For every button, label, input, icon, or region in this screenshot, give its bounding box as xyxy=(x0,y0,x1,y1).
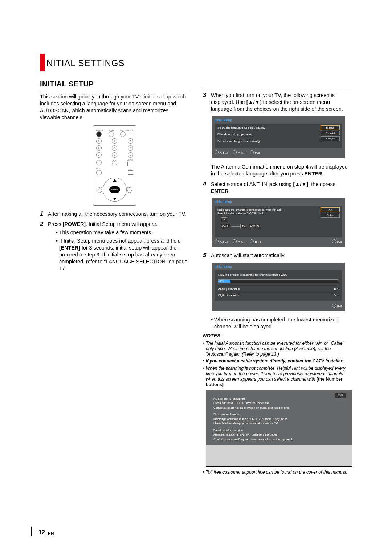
enter-key: [ENTER] xyxy=(59,245,80,251)
osd-title: Initial Setup xyxy=(215,118,342,122)
osd-back: Back xyxy=(250,239,261,244)
intro-paragraph: This section will guide you through your… xyxy=(40,93,189,121)
progress-bar: 6% xyxy=(218,279,338,283)
antenna-diagram: Air Cable ——— TV ANT. IN xyxy=(217,217,339,228)
step-text: Press [POWER]. Initial Setup menu will a… xyxy=(48,221,189,273)
steps-right-3: 5 Autoscan will start automatically. xyxy=(203,252,352,259)
keypad-1: 1 xyxy=(96,138,102,144)
txt: . xyxy=(228,188,230,194)
enter-key: ENTER xyxy=(211,188,228,194)
sleep-label: SLEEP xyxy=(109,129,114,132)
step-text: Autoscan will start automatically. xyxy=(211,252,352,259)
rule xyxy=(203,89,352,89)
analog-row: Analog channels1ch xyxy=(218,286,338,292)
step-5: 5 Autoscan will start automatically. xyxy=(203,252,352,259)
step3-post: The Antenna Confirmation menu on step 4 … xyxy=(211,163,352,177)
two-column-layout: INITIAL SETUP This section will guide yo… xyxy=(40,79,352,477)
txt: If Initial Setup menu does not appear, p… xyxy=(59,238,181,244)
dpad-icon: ENTER BACK INFO xyxy=(103,178,127,202)
lang-espanol: Español xyxy=(321,131,340,135)
keypad-3: 3 xyxy=(128,138,133,144)
notes-list-2: Toll free customer support line can be f… xyxy=(203,470,352,475)
hint-en3: Contact support hotline provided on manu… xyxy=(213,406,344,410)
info-label: INFO xyxy=(127,186,132,189)
info-button-icon xyxy=(127,189,132,193)
diag-tv: TV xyxy=(240,224,246,228)
keypad-6: 6 xyxy=(128,145,133,151)
diag-cable: Cable xyxy=(221,224,230,228)
input-label: INPUT SELECT xyxy=(120,129,133,132)
diag-air: Air xyxy=(221,217,227,222)
step-text: When you first turn on your TV, the foll… xyxy=(211,92,352,113)
subsection-title: INITIAL SETUP xyxy=(40,79,189,89)
hint-fr1: Pas de chaîne consign. xyxy=(213,429,344,433)
val: 1ch xyxy=(334,287,338,291)
txt: Select source of ANT. IN jack using xyxy=(211,181,293,187)
steps-right: 3 When you first turn on your TV, the fo… xyxy=(203,92,352,113)
osd-exit: Exit xyxy=(332,304,342,309)
step-number: 5 xyxy=(203,252,211,259)
osd-footer: Select Enter Back Exit xyxy=(215,239,342,244)
osd-enter: Enter xyxy=(233,150,245,155)
osd-select: Select xyxy=(215,150,228,155)
step-text: Select source of ANT. IN jack using [▲/▼… xyxy=(211,181,352,195)
osd-exit: Exit xyxy=(332,239,342,244)
step-4: 4 Select source of ANT. IN jack using [▲… xyxy=(203,181,352,195)
keypad-5: 5 xyxy=(112,145,117,151)
txt: . xyxy=(224,382,225,387)
updown-key: [▲/▼] xyxy=(246,99,262,105)
osd-body: Select the language for setup display. E… xyxy=(215,124,342,149)
hint-en1: No channel is registered. xyxy=(213,397,344,401)
still-button-icon xyxy=(128,170,133,175)
step-bullets: This operation may take a few moments. I… xyxy=(56,229,189,272)
setup-label: SETUP xyxy=(96,167,102,170)
input-button-icon xyxy=(120,131,126,137)
note-bold: If you connect a cable system directly, … xyxy=(206,358,343,364)
keypad-2: 2 xyxy=(112,138,117,144)
note: The initial Autoscan function can be exe… xyxy=(203,341,352,357)
keypad-8: 8 xyxy=(112,152,117,158)
step-number: 1 xyxy=(40,211,48,218)
osd-title: Initial Setup xyxy=(215,200,342,204)
hint-es3: Llame teléfono de apoyo en manual o atrá… xyxy=(213,422,344,426)
right-column: 3 When you first turn on your TV, the fo… xyxy=(203,79,352,477)
keypad-4: 4 xyxy=(96,145,102,151)
enter-button-icon: ENTER xyxy=(109,186,120,193)
step-2: 2 Press [POWER]. Initial Setup menu will… xyxy=(40,221,189,273)
osd-lang-options: English Español Français xyxy=(321,125,340,141)
updown-key: [▲/▼] xyxy=(293,181,308,187)
keypad-9: 9 xyxy=(128,152,133,158)
txt: The Antenna Confirmation menu on step 4 … xyxy=(211,164,348,177)
left-column: INITIAL SETUP This section will guide yo… xyxy=(40,79,189,477)
osd-footer: Select Enter Exit xyxy=(215,150,342,155)
hint-es2: Mantenga oprimida la tecla "ENTER" duran… xyxy=(213,417,344,421)
remote-illustration: POWER SLEEP INPUT SELECT 123 45 xyxy=(40,125,189,206)
step-1: 1 After making all the necessary connect… xyxy=(40,211,189,218)
osd-footer: Exit xyxy=(215,304,342,309)
keypad-7: 7 xyxy=(96,152,102,158)
page-number-value: 12 xyxy=(31,527,46,536)
audio-button-icon xyxy=(127,162,132,166)
lbl: Analog channels xyxy=(218,287,240,291)
manual-page: NITIAL SETTINGS INITIAL SETUP This secti… xyxy=(0,0,392,555)
osd-autoscan-screenshot: Initial Setup Now the system is scanning… xyxy=(212,263,345,311)
txt: Press xyxy=(48,221,63,227)
osd-msg: Now the system is scanning for channels,… xyxy=(218,273,338,277)
bullet: When scanning has completed, the lowest … xyxy=(211,316,352,330)
note: If you connect a cable system directly, … xyxy=(203,358,352,364)
power-key: [POWER] xyxy=(63,221,86,227)
note: When the scanning is not complete, Helpf… xyxy=(203,366,352,388)
step5-bullets: When scanning has completed, the lowest … xyxy=(211,316,352,330)
note: Toll free customer support line can be f… xyxy=(203,470,352,475)
hint-top: 2-0 No channel is registered. Press and … xyxy=(206,390,352,445)
osd-body: Make sure the antenna is connected to "A… xyxy=(215,206,342,237)
step-text: After making all the necessary connectio… xyxy=(48,211,189,218)
osd-enter: Enter xyxy=(233,239,245,244)
hint-fr3: Contacter numero d'urgence dans manuel o… xyxy=(213,438,344,442)
hint-en2: Press and hold "ENTER" key for 3 seconds… xyxy=(213,401,344,405)
bullet: If Initial Setup menu does not appear, p… xyxy=(56,238,189,272)
notes-list: The initial Autoscan function can be exe… xyxy=(203,341,352,388)
opt-cable: Cable xyxy=(321,213,340,218)
steps-left: 1 After making all the necessary connect… xyxy=(40,211,189,274)
osd-language-screenshot: Initial Setup Select the language for se… xyxy=(212,116,345,158)
